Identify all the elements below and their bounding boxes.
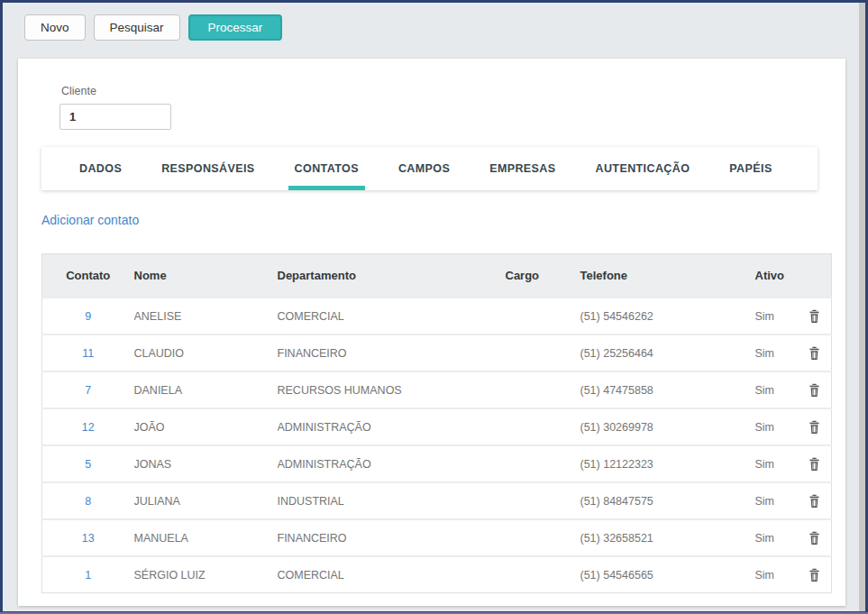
contact-role-cell [506, 482, 580, 519]
contact-role-cell [506, 298, 580, 334]
tab-empresas[interactable]: EMPRESAS [470, 147, 575, 190]
contact-name-cell: MANUELA [134, 519, 278, 556]
contact-id-link[interactable]: 8 [85, 495, 91, 508]
contact-department-cell: ADMINISTRAÇÃO [278, 408, 506, 445]
contact-id-link[interactable]: 13 [82, 532, 95, 545]
tab-responsáveis[interactable]: RESPONSÁVEIS [142, 147, 274, 190]
contact-row: 1 SÉRGIO LUIZ COMERCIAL (51) 54546565 Si… [42, 556, 832, 593]
delete-contact-button[interactable] [808, 380, 821, 399]
contact-department-cell: FINANCEIRO [278, 334, 506, 371]
contact-active-cell: Sim [755, 482, 798, 519]
contact-name-cell: JOÃO [134, 408, 278, 445]
contact-actions-cell [798, 408, 832, 445]
contact-id-link[interactable]: 12 [82, 421, 95, 434]
pesquisar-button[interactable]: Pesquisar [94, 14, 180, 41]
trash-icon [808, 456, 821, 472]
contact-id-cell: 1 [42, 556, 134, 593]
contact-name-cell: ANELISE [134, 298, 278, 334]
contact-id-link[interactable]: 5 [85, 458, 91, 471]
tab-autenticação[interactable]: AUTENTICAÇÃO [576, 147, 710, 190]
contact-name-cell: DANIELA [134, 371, 278, 408]
contact-active-cell: Sim [755, 445, 798, 482]
contact-role-cell [506, 334, 580, 371]
contact-id-link[interactable]: 11 [82, 347, 94, 360]
contact-active-cell: Sim [755, 519, 798, 556]
cliente-input[interactable] [59, 104, 171, 130]
tab-contatos[interactable]: CONTATOS [275, 147, 379, 190]
tab-campos[interactable]: CAMPOS [379, 147, 470, 190]
tab-label: DADOS [79, 162, 122, 175]
contact-phone-cell: (51) 32658521 [580, 519, 755, 556]
trash-icon [808, 308, 821, 324]
tab-papéis[interactable]: PAPÉIS [709, 147, 791, 190]
contact-row: 13 MANUELA FINANCEIRO (51) 32658521 Sim [42, 519, 832, 556]
contact-actions-cell [798, 556, 832, 593]
contact-actions-cell [798, 482, 832, 519]
contact-role-cell [506, 556, 580, 593]
contact-phone-cell: (51) 12122323 [580, 445, 755, 482]
contact-name-cell: CLAUDIO [134, 334, 278, 371]
contact-id-cell: 8 [42, 482, 134, 519]
trash-icon [808, 493, 821, 509]
trash-icon [808, 419, 821, 435]
contact-role-cell [506, 445, 580, 482]
contact-phone-cell: (51) 54546262 [580, 298, 755, 334]
contact-id-cell: 12 [42, 408, 134, 445]
trash-icon [808, 345, 821, 361]
contact-department-cell: FINANCEIRO [278, 519, 506, 556]
contact-actions-cell [798, 298, 832, 334]
column-header-ativo: Ativo [755, 254, 798, 298]
tab-dados[interactable]: DADOS [59, 147, 142, 190]
contact-active-cell: Sim [755, 371, 798, 408]
contact-row: 9 ANELISE COMERCIAL (51) 54546262 Sim [42, 298, 832, 334]
trash-icon [808, 382, 821, 398]
delete-contact-button[interactable] [808, 417, 821, 436]
contact-phone-cell: (51) 47475858 [580, 371, 755, 408]
delete-contact-button[interactable] [808, 491, 821, 510]
contact-row: 5 JONAS ADMINISTRAÇÃO (51) 12122323 Sim [42, 445, 832, 482]
contact-phone-cell: (51) 54546565 [580, 556, 755, 593]
delete-contact-button[interactable] [808, 454, 821, 473]
content-card: Cliente DADOSRESPONSÁVEISCONTATOSCAMPOSE… [18, 59, 845, 606]
contact-department-cell: COMERCIAL [278, 556, 506, 593]
contact-active-cell: Sim [755, 408, 798, 445]
contact-name-cell: JONAS [134, 445, 278, 482]
contact-id-cell: 9 [42, 298, 134, 334]
contact-id-link[interactable]: 9 [85, 310, 91, 323]
tab-label: CAMPOS [398, 162, 450, 175]
contact-phone-cell: (51) 84847575 [580, 482, 755, 519]
contact-row: 12 JOÃO ADMINISTRAÇÃO (51) 30269978 Sim [42, 408, 832, 445]
contact-actions-cell [798, 334, 832, 371]
column-header-telefone: Telefone [580, 254, 755, 298]
contact-id-link[interactable]: 7 [85, 384, 91, 397]
contact-name-cell: JULIANA [134, 482, 278, 519]
trash-icon [808, 530, 821, 545]
delete-contact-button[interactable] [808, 307, 821, 325]
contact-actions-cell [798, 519, 832, 556]
column-header-nome: Nome [134, 254, 278, 298]
processar-button[interactable]: Processar [188, 14, 283, 41]
toolbar: Novo Pesquisar Processar [24, 14, 282, 41]
scrollbar-track[interactable] [859, 3, 865, 611]
tab-label: AUTENTICAÇÃO [596, 162, 690, 175]
contact-id-cell: 7 [42, 371, 134, 408]
contact-department-cell: ADMINISTRAÇÃO [278, 445, 506, 482]
contact-department-cell: COMERCIAL [278, 298, 506, 334]
contact-department-cell: INDUSTRIAL [278, 482, 506, 519]
contact-id-cell: 13 [42, 519, 134, 556]
novo-button[interactable]: Novo [24, 14, 86, 41]
contact-row: 11 CLAUDIO FINANCEIRO (51) 25256464 Sim [42, 334, 832, 371]
trash-icon [808, 567, 821, 582]
delete-contact-button[interactable] [808, 528, 821, 547]
contact-id-cell: 11 [42, 334, 134, 371]
tab-bar: DADOSRESPONSÁVEISCONTATOSCAMPOSEMPRESASA… [41, 147, 818, 190]
contact-active-cell: Sim [755, 334, 798, 371]
tab-label: PAPÉIS [729, 162, 772, 175]
contact-phone-cell: (51) 30269978 [580, 408, 755, 445]
contact-row: 7 DANIELA RECURSOS HUMANOS (51) 47475858… [42, 371, 832, 408]
delete-contact-button[interactable] [808, 565, 821, 584]
add-contact-link[interactable]: Adicionar contato [41, 213, 139, 227]
contact-id-link[interactable]: 1 [85, 569, 91, 582]
delete-contact-button[interactable] [808, 344, 821, 362]
contact-role-cell [506, 519, 580, 556]
